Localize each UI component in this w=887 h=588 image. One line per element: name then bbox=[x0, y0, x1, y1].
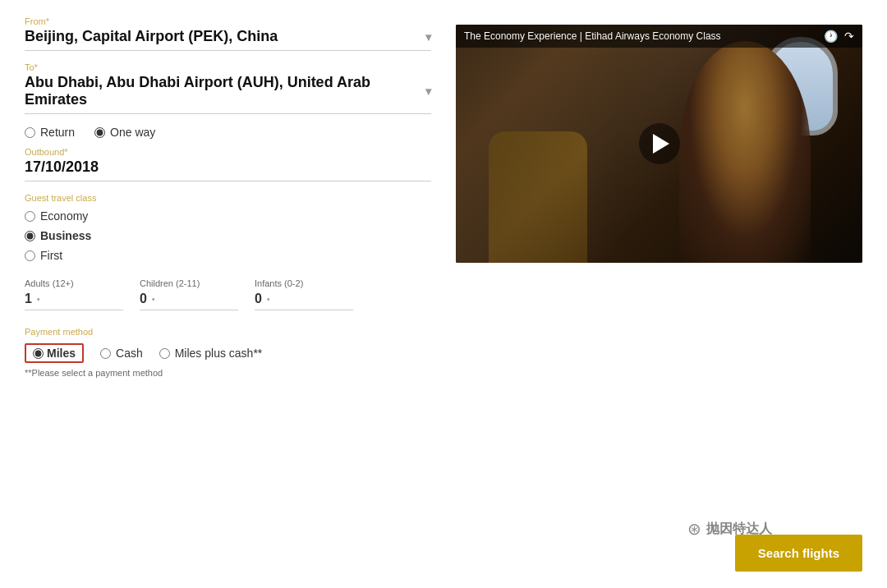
left-panel: From* Beijing, Capital Airport (PEK), Ch… bbox=[25, 16, 431, 572]
business-radio[interactable] bbox=[25, 231, 35, 241]
first-option[interactable]: First bbox=[25, 249, 431, 262]
miles-cash-label: Miles plus cash** bbox=[175, 347, 263, 360]
oneway-radio[interactable] bbox=[94, 127, 105, 138]
miles-radio[interactable] bbox=[33, 348, 44, 359]
outbound-field-group: Outbound* 17/10/2018 bbox=[25, 147, 431, 181]
travel-class-label: Guest travel class bbox=[25, 193, 431, 203]
trip-type-row: Return One way bbox=[25, 126, 431, 139]
payment-label: Payment method bbox=[25, 327, 431, 337]
adults-value: 1 bbox=[25, 292, 32, 306]
adults-value-row[interactable]: 1 • bbox=[25, 292, 123, 310]
infants-arrow: • bbox=[267, 295, 270, 304]
payment-section: Payment method Miles Cash Miles plus cas… bbox=[25, 327, 431, 378]
children-value-row[interactable]: 0 • bbox=[140, 292, 238, 310]
watermark-icon: ⊛ bbox=[687, 519, 701, 539]
cash-option[interactable]: Cash bbox=[100, 347, 143, 360]
miles-option[interactable]: Miles bbox=[25, 343, 84, 363]
miles-cash-radio[interactable] bbox=[159, 348, 170, 359]
economy-radio[interactable] bbox=[25, 211, 35, 222]
adults-group: Adults (12+) 1 • bbox=[25, 278, 123, 310]
children-arrow: • bbox=[152, 295, 155, 304]
adults-label: Adults (12+) bbox=[25, 278, 123, 288]
miles-label: Miles bbox=[47, 347, 76, 360]
passengers-row: Adults (12+) 1 • Children (2-11) 0 • Inf… bbox=[25, 278, 431, 310]
right-panel: The Economy Experience | Etihad Airways … bbox=[456, 16, 862, 572]
video-play-button[interactable] bbox=[639, 123, 680, 164]
to-text: Abu Dhabi, Abu Dhabi Airport (AUH), Unit… bbox=[25, 74, 425, 108]
first-radio[interactable] bbox=[25, 250, 35, 261]
return-label: Return bbox=[40, 126, 75, 139]
economy-label: Economy bbox=[40, 209, 88, 223]
cash-radio[interactable] bbox=[100, 348, 111, 359]
travel-class-group: Economy Business First bbox=[25, 209, 431, 262]
infants-value-row[interactable]: 0 • bbox=[255, 292, 353, 310]
infants-label: Infants (0-2) bbox=[255, 278, 353, 288]
oneway-option[interactable]: One way bbox=[94, 126, 155, 139]
economy-option[interactable]: Economy bbox=[25, 209, 431, 223]
adults-arrow: • bbox=[37, 295, 40, 304]
video-figure bbox=[679, 41, 811, 263]
miles-cash-option[interactable]: Miles plus cash** bbox=[159, 347, 263, 360]
video-container[interactable]: The Economy Experience | Etihad Airways … bbox=[456, 25, 862, 263]
business-option[interactable]: Business bbox=[25, 229, 431, 242]
to-value[interactable]: Abu Dhabi, Abu Dhabi Airport (AUH), Unit… bbox=[25, 74, 431, 114]
main-container: From* Beijing, Capital Airport (PEK), Ch… bbox=[0, 0, 887, 588]
from-dropdown-arrow: ▾ bbox=[425, 30, 431, 44]
video-title-text: The Economy Experience | Etihad Airways … bbox=[464, 30, 721, 42]
to-label: To* bbox=[25, 62, 431, 72]
oneway-label: One way bbox=[110, 126, 155, 139]
children-label: Children (2-11) bbox=[140, 278, 238, 288]
payment-note: **Please select a payment method bbox=[25, 368, 431, 378]
search-flights-button[interactable]: Search flights bbox=[735, 535, 862, 572]
infants-value: 0 bbox=[255, 292, 262, 306]
outbound-date[interactable]: 17/10/2018 bbox=[25, 158, 431, 181]
to-field-group: To* Abu Dhabi, Abu Dhabi Airport (AUH), … bbox=[25, 62, 431, 114]
from-value[interactable]: Beijing, Capital Airport (PEK), China ▾ bbox=[25, 28, 431, 51]
video-clock-icon[interactable]: 🕐 bbox=[824, 30, 838, 43]
return-option[interactable]: Return bbox=[25, 126, 75, 139]
cash-label: Cash bbox=[116, 347, 143, 360]
from-field-group: From* Beijing, Capital Airport (PEK), Ch… bbox=[25, 16, 431, 51]
outbound-label: Outbound* bbox=[25, 147, 431, 157]
from-label: From* bbox=[25, 16, 431, 26]
video-title-bar: The Economy Experience | Etihad Airways … bbox=[456, 25, 862, 48]
video-controls[interactable]: 🕐 ↷ bbox=[824, 30, 854, 43]
children-value: 0 bbox=[140, 292, 147, 306]
video-share-icon[interactable]: ↷ bbox=[844, 30, 854, 43]
business-label: Business bbox=[40, 229, 91, 242]
payment-options: Miles Cash Miles plus cash** bbox=[25, 343, 431, 363]
first-label: First bbox=[40, 249, 62, 262]
search-btn-container: Search flights bbox=[735, 535, 862, 572]
infants-group: Infants (0-2) 0 • bbox=[255, 278, 353, 310]
to-dropdown-arrow: ▾ bbox=[425, 85, 431, 98]
from-text: Beijing, Capital Airport (PEK), China bbox=[25, 28, 278, 45]
return-radio[interactable] bbox=[25, 127, 35, 138]
children-group: Children (2-11) 0 • bbox=[140, 278, 238, 310]
